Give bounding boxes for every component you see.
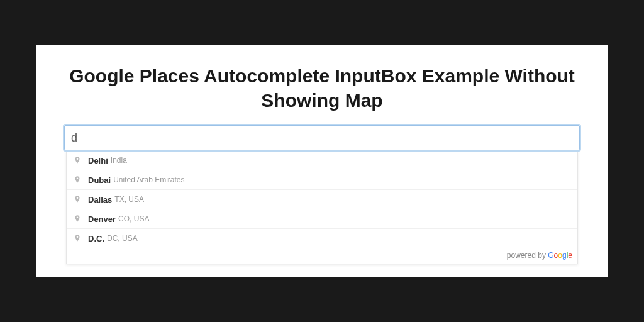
powered-by-footer: powered by Google — [67, 248, 577, 264]
suggestion-secondary: TX, USA — [114, 195, 144, 204]
google-logo: Google — [548, 251, 572, 260]
suggestion-item[interactable]: Delhi India — [67, 151, 577, 170]
suggestion-primary: Dallas — [88, 195, 112, 204]
suggestion-secondary: DC, USA — [107, 234, 138, 243]
autocomplete-dropdown: Delhi India Dubai United Arab Emirates D… — [66, 151, 578, 264]
map-pin-icon — [73, 213, 82, 225]
suggestion-primary: Denver — [88, 214, 116, 224]
map-pin-icon — [73, 233, 82, 244]
suggestion-secondary: United Arab Emirates — [113, 175, 184, 184]
suggestion-primary: Dubai — [88, 175, 111, 185]
page-title: Google Places Autocomplete InputBox Exam… — [64, 64, 580, 113]
suggestion-primary: Delhi — [88, 156, 108, 165]
suggestion-secondary: India — [111, 156, 127, 165]
content-panel: Google Places Autocomplete InputBox Exam… — [36, 45, 608, 277]
suggestion-item[interactable]: D.C. DC, USA — [67, 228, 577, 248]
suggestion-item[interactable]: Dallas TX, USA — [67, 189, 577, 209]
map-pin-icon — [73, 194, 82, 205]
suggestion-primary: D.C. — [88, 234, 104, 243]
suggestion-item[interactable]: Denver CO, USA — [67, 209, 577, 228]
map-pin-icon — [73, 155, 82, 166]
places-search-input[interactable] — [64, 125, 580, 150]
powered-by-text: powered by — [507, 251, 548, 260]
suggestion-item[interactable]: Dubai United Arab Emirates — [67, 170, 577, 189]
suggestion-secondary: CO, USA — [118, 214, 149, 223]
map-pin-icon — [73, 174, 82, 186]
